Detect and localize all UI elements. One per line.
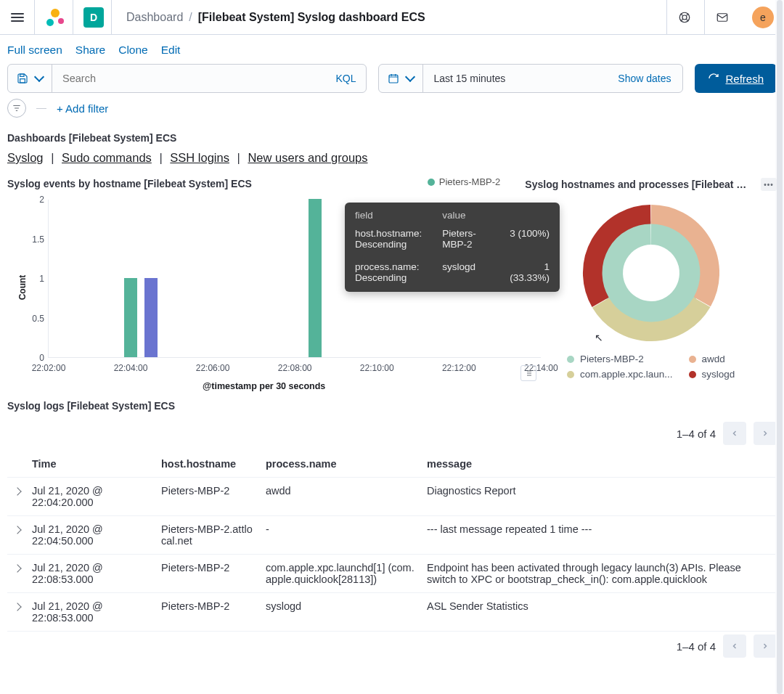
mail-icon [716, 11, 729, 24]
bar[interactable] [309, 199, 322, 357]
next-page-button[interactable] [754, 422, 777, 445]
breadcrumb: Dashboard / [Filebeat System] Syslog das… [115, 11, 425, 24]
donut-slice[interactable] [611, 233, 691, 313]
chevron-down-icon [34, 72, 44, 82]
calendar-icon [388, 73, 399, 84]
nav-sudo[interactable]: Sudo commands [62, 151, 152, 164]
tooltip-row: process.name:Descending syslogd 1 (33.33… [345, 258, 560, 292]
nav-users[interactable]: New users and groups [248, 151, 367, 164]
cell-message: Endpoint has been activated through lega… [421, 555, 777, 593]
bar[interactable] [144, 278, 158, 357]
cell-proc: awdd [260, 478, 421, 516]
bar[interactable] [124, 278, 137, 357]
cell-proc: - [260, 516, 421, 555]
x-tick: 22:04:00 [114, 363, 148, 373]
cell-message: ASL Sender Statistics [421, 593, 777, 632]
nav-toggle-button[interactable] [0, 0, 35, 35]
y-tick: 0.5 [27, 314, 44, 324]
legend-item[interactable]: Pieters-MBP-2 [567, 354, 673, 364]
svg-rect-4 [20, 79, 25, 83]
legend-label: syslogd [702, 369, 735, 380]
legend-label: Pieters-MBP-2 [580, 354, 644, 364]
legend-toggle-button[interactable] [520, 365, 536, 381]
app-chip[interactable]: D [76, 0, 112, 35]
expand-row-button[interactable] [7, 555, 26, 593]
chevron-right-icon [761, 642, 769, 650]
kql-toggle[interactable]: KQL [325, 65, 366, 92]
col-time[interactable]: Time [26, 451, 155, 478]
donut-legend: Pieters-MBP-2awddcom.apple.xpc.laun...sy… [567, 354, 735, 380]
breadcrumb-title: [Filebeat System] Syslog dashboard ECS [198, 11, 425, 24]
legend-item[interactable]: awdd [689, 354, 735, 364]
cell-time: Jul 21, 2020 @ 22:08:53.000 [26, 593, 155, 632]
scrollbar-thumb[interactable] [777, 0, 783, 694]
table-header-row: Time host.hostname process.name message [7, 451, 777, 478]
refresh-button[interactable]: Refresh [695, 64, 777, 93]
expand-row-button[interactable] [7, 478, 26, 516]
mail-button[interactable] [704, 0, 739, 35]
nav-ssh[interactable]: SSH logins [170, 151, 229, 164]
add-filter-button[interactable]: + Add filter [57, 102, 108, 115]
chevron-right-icon [13, 564, 21, 572]
legend-item[interactable]: syslogd [689, 369, 735, 380]
next-page-button[interactable] [754, 634, 777, 658]
chevron-right-icon [13, 487, 21, 495]
expand-row-button[interactable] [7, 516, 26, 555]
bar-legend[interactable]: Pieters-MBP-2 [428, 176, 501, 187]
home-logo-area[interactable] [38, 0, 73, 35]
saved-query-button[interactable] [8, 65, 52, 92]
cell-proc: syslogd [260, 593, 421, 632]
panel-syslog-events-bar: Syslog events by hostname [Filebeat Syst… [7, 178, 510, 384]
x-axis-label: @timestamp per 30 seconds [17, 381, 510, 391]
search-group: KQL [7, 64, 367, 93]
hamburger-icon [11, 11, 24, 24]
elastic-logo-icon [46, 9, 64, 26]
legend-swatch-icon [689, 356, 696, 363]
chevron-left-icon [730, 642, 739, 650]
prev-page-button[interactable] [723, 422, 746, 445]
cell-time: Jul 21, 2020 @ 22:08:53.000 [26, 555, 155, 593]
date-quick-select[interactable] [379, 65, 423, 92]
legend-label: Pieters-MBP-2 [439, 176, 501, 187]
share-link[interactable]: Share [75, 44, 105, 57]
breadcrumb-separator: / [189, 11, 192, 24]
y-tick: 2 [27, 195, 44, 205]
newsfeed-button[interactable] [666, 0, 701, 35]
list-icon [524, 369, 533, 377]
panel-title: Syslog hostnames and processes [Filebeat… [525, 178, 777, 191]
refresh-icon [708, 73, 719, 84]
page-count-text: 1–4 of 4 [677, 640, 716, 653]
filter-options-button[interactable] [7, 99, 26, 118]
legend-swatch-icon [567, 356, 574, 363]
date-range-text[interactable]: Last 15 minutes [423, 65, 606, 92]
table-row: Jul 21, 2020 @ 22:04:50.000Pieters-MBP-2… [7, 516, 777, 555]
edit-link[interactable]: Edit [161, 44, 181, 57]
avatar[interactable]: e [752, 7, 774, 28]
page-count-text: 1–4 of 4 [677, 428, 716, 440]
query-bar: KQL Last 15 minutes Show dates Refresh [0, 64, 784, 99]
prev-page-button[interactable] [723, 634, 746, 658]
legend-label: awdd [702, 354, 725, 364]
cell-proc: com.apple.xpc.launchd[1] (com.apple.quic… [260, 555, 421, 593]
expand-row-button[interactable] [7, 593, 26, 632]
search-input[interactable] [52, 65, 325, 92]
svg-point-1 [682, 15, 687, 20]
fullscreen-link[interactable]: Full screen [7, 44, 62, 57]
nav-syslog[interactable]: Syslog [7, 151, 44, 164]
filter-icon [12, 103, 22, 113]
legend-item[interactable]: com.apple.xpc.laun... [567, 369, 673, 380]
dashboard-chip-icon: D [83, 7, 104, 28]
clone-link[interactable]: Clone [118, 44, 148, 57]
svg-rect-5 [389, 75, 398, 83]
refresh-label: Refresh [725, 73, 764, 85]
donut-chart[interactable] [582, 204, 720, 342]
chart-tooltip: field value host.hostname:Descending Pie… [345, 203, 560, 292]
col-message[interactable]: message [421, 451, 777, 478]
svg-rect-3 [20, 74, 24, 76]
col-proc[interactable]: process.name [260, 451, 421, 478]
legend-swatch-icon [567, 371, 574, 378]
breadcrumb-app[interactable]: Dashboard [126, 11, 183, 24]
col-host[interactable]: host.hostname [155, 451, 260, 478]
show-dates-link[interactable]: Show dates [606, 65, 682, 92]
panel-options-button[interactable]: ••• [761, 178, 777, 191]
